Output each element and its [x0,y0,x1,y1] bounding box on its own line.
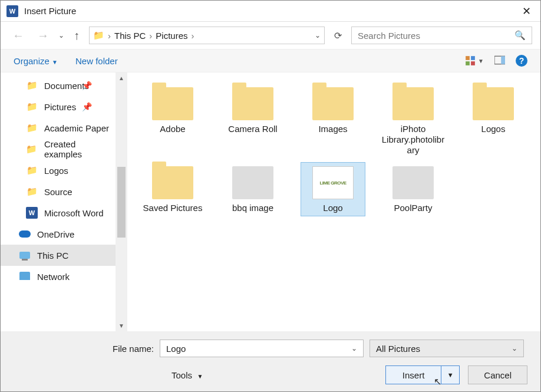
scrollbar[interactable]: ▲ ▼ [116,73,127,331]
file-pane[interactable]: AdobeCamera RollImagesiPhoto Library.pho… [127,73,540,331]
filename-input[interactable]: Logo ⌄ [160,340,364,357]
network-icon [18,272,31,282]
refresh-button[interactable]: ⟳ [331,30,345,41]
word-icon: W [25,207,38,219]
onedrive-icon [18,229,31,239]
address-bar[interactable]: 📁 › This PC › Pictures › ⌄ [89,27,325,44]
image-tile[interactable]: bbq image [220,162,285,216]
folder-icon [232,87,273,120]
pin-icon: 📌 [82,102,92,111]
nav-row: ← → ⌄ ↑ 📁 › This PC › Pictures › ⌄ ⟳ Sea… [1,22,540,49]
folder-tile[interactable]: Logos [461,83,526,157]
sidebar-item-label: Academic Paper [44,123,109,133]
insert-dropdown[interactable]: ▼ [441,371,459,378]
chevron-right-icon: › [192,31,194,41]
title-bar: W Insert Picture ✕ [1,1,540,22]
folder-icon [152,87,193,120]
insert-button[interactable]: Insert ▼ ↖ [385,365,460,384]
sidebar-item-label: This PC [37,251,68,261]
file-name: Saved Pictures [141,203,204,215]
word-app-icon: W [6,5,18,17]
view-mode-button[interactable]: ▼ [465,55,484,66]
preview-pane-button[interactable] [494,55,505,67]
file-name: PoolParty [381,203,445,215]
preview-pane-icon [494,55,505,65]
window-title: Insert Picture [24,6,76,16]
bottom-bar: File name: Logo ⌄ All Pictures ⌄ Tools ▼… [1,331,540,391]
folder-icon [473,87,514,120]
organize-menu[interactable]: Organize ▼ [14,56,58,66]
address-dropdown-icon[interactable]: ⌄ [315,31,321,39]
file-name: bbq image [221,203,285,215]
pc-icon [18,251,31,261]
folder-icon: 📁 [25,80,38,91]
file-name: Camera Roll [221,124,285,136]
folder-icon [312,87,354,120]
folder-tile[interactable]: Images [301,83,365,157]
folder-tile[interactable]: iPhoto Library.photolibrary [381,83,446,157]
command-bar: Organize ▼ New folder ▼ ? [1,49,540,73]
back-button[interactable]: ← [9,28,28,44]
sidebar-item[interactable]: OneDrive [1,223,116,245]
image-thumbnail [392,166,434,199]
sidebar-item-label: Microsoft Word [44,208,104,218]
forward-button[interactable]: → [34,28,52,44]
sidebar-item[interactable]: WMicrosoft Word [1,202,116,223]
sidebar-item[interactable]: 📁Documents📌 [1,75,116,96]
file-name: Logo [301,203,365,215]
breadcrumb-segment[interactable]: This PC [114,31,146,41]
sidebar-item[interactable]: This PC [1,245,116,266]
folder-tile[interactable]: Adobe [140,83,205,157]
new-folder-button[interactable]: New folder [75,56,118,66]
folder-icon: 📁 [25,123,38,133]
filter-value: All Pictures [376,344,420,354]
sidebar-item[interactable]: 📁Source [1,181,116,202]
breadcrumb-segment[interactable]: Pictures [156,31,187,41]
scroll-up-icon[interactable]: ▲ [118,75,124,81]
svg-rect-1 [471,56,475,60]
file-name: Adobe [141,124,204,136]
sidebar-item-label: Pictures [44,102,76,112]
filename-value: Logo [166,344,186,354]
sidebar-item[interactable]: Network [1,266,116,287]
sidebar-item[interactable]: 📁Pictures📌 [1,96,116,117]
filetype-filter[interactable]: All Pictures ⌄ [370,340,524,357]
sidebar-item[interactable]: 📁Academic Paper [1,117,116,139]
scroll-thumb[interactable] [117,167,126,238]
up-button[interactable]: ↑ [70,28,83,44]
search-input[interactable]: Search Pictures 🔍 [351,27,532,44]
folder-tile[interactable]: Saved Pictures [140,162,205,216]
file-name: Logos [461,124,525,136]
folder-icon: 📁 [25,186,38,197]
image-thumbnail: LIME GROVE [312,166,354,199]
sidebar-item-label: Network [37,272,70,282]
folder-icon [392,87,434,120]
sidebar: 📁Documents📌📁Pictures📌📁Academic Paper📁Cre… [1,73,127,331]
close-button[interactable]: ✕ [519,5,535,18]
chevron-down-icon[interactable]: ⌄ [351,344,357,353]
image-tile[interactable]: LIME GROVELogo [301,162,365,216]
svg-rect-3 [471,61,475,65]
folder-icon: 📁 [93,30,104,41]
image-thumbnail [232,166,273,199]
scroll-down-icon[interactable]: ▼ [118,322,124,329]
image-tile[interactable]: PoolParty [381,162,446,216]
svg-rect-2 [466,61,470,65]
svg-rect-5 [501,56,505,64]
sidebar-item-label: Created examples [44,139,116,159]
folder-tile[interactable]: Camera Roll [220,83,285,157]
help-button[interactable]: ? [516,55,527,67]
sidebar-item-label: OneDrive [37,229,74,239]
tools-menu[interactable]: Tools ▼ [171,370,203,380]
sidebar-item[interactable]: 📁Logos [1,160,116,181]
svg-rect-0 [466,56,470,60]
chevron-right-icon: › [108,31,111,41]
pin-icon: 📌 [82,81,92,90]
folder-icon: 📁 [25,144,38,154]
sidebar-item[interactable]: 📁Created examples [1,139,116,160]
chevron-down-icon[interactable]: ⌄ [512,344,517,353]
filename-label: File name: [12,344,154,354]
recent-dropdown-icon[interactable]: ⌄ [58,31,64,39]
cancel-button[interactable]: Cancel [468,365,527,384]
thumbnails-view-icon [465,55,476,66]
